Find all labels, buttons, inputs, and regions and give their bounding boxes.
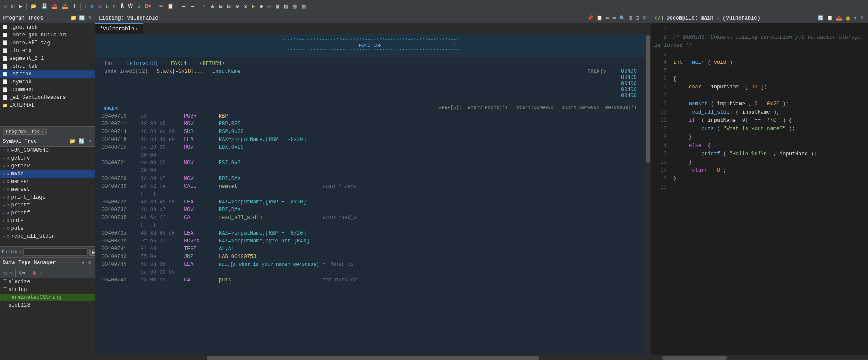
tb-btn-edit2[interactable]: 📋 — [166, 3, 175, 10]
tb-btn-undo[interactable]: ↩ — [180, 3, 187, 10]
st-close[interactable]: ✕ — [87, 138, 92, 144]
tb-btn-r[interactable]: R̈ — [118, 3, 125, 10]
dc-fn-read[interactable]: read_all_stdin — [689, 109, 733, 115]
tb-btn-b[interactable]: B▾ — [143, 3, 153, 10]
tb-btn-snap[interactable]: ▨ — [291, 3, 299, 10]
listing-icon-3[interactable]: 🔍 — [618, 15, 626, 21]
asm-row-0040073a[interactable]: 0040073a 48 8d 45 e0 LEA RAX=>inputName,… — [100, 229, 645, 237]
dc-fn-memset[interactable]: memset — [689, 101, 707, 107]
dt-item-uleb128[interactable]: T uleb128 — [0, 301, 95, 309]
dtm-delete[interactable]: 🗑 — [31, 270, 38, 276]
dc-var-name[interactable]: inputName — [711, 84, 739, 90]
program-tree-tab[interactable]: Program Tree ✕ — [3, 128, 47, 135]
pt-item-note-abi[interactable]: 📄 .note.ABI-tag — [0, 39, 95, 47]
dtm-settings[interactable]: ⚙▾ — [18, 270, 26, 276]
asm-row-00400721[interactable]: 00400721 be 00 00 MOV ESI,0x0 — [100, 159, 645, 167]
asm-row-00400714[interactable]: 00400714 48 83 ec 20 SUB RSP,0x20 — [100, 128, 645, 136]
tb-btn-i[interactable]: I — [83, 3, 88, 10]
listing-icon-1[interactable]: 📌 — [586, 15, 594, 21]
sym-item-fun00400540[interactable]: ▶ ⚙ FUN_00400540 — [0, 147, 95, 154]
dt-item-string[interactable]: T string — [0, 286, 95, 294]
filter-input[interactable] — [23, 248, 88, 256]
tb-btn-more[interactable]: ▩ — [299, 3, 307, 10]
listing-icon-2[interactable]: 📋 — [595, 15, 603, 21]
pt-item-elf[interactable]: 📄 _elfSectionHeaders — [0, 94, 95, 101]
asm-row-0040071c[interactable]: 0040071c ba 20 00 MOV EDX,0x20 — [100, 144, 645, 151]
dc-close[interactable]: ✕ — [859, 15, 865, 21]
listing-content[interactable]: ****************************************… — [95, 34, 645, 355]
asm-row-0040073e[interactable]: 0040073e 0f b6 00 MOVZX EAX=>inputName,b… — [100, 237, 645, 245]
dtm-collapse[interactable]: ≡ — [44, 270, 48, 276]
asm-row-00400732[interactable]: 00400732 48 89 c7 MOV RDI,RAX — [100, 206, 645, 214]
pt-close[interactable]: ✕ — [87, 15, 92, 21]
tb-btn-calc[interactable]: ⊕ — [233, 3, 241, 10]
pt-item-gnu-hash[interactable]: 📄 .gnu.hash — [0, 23, 95, 31]
forward-button[interactable]: ▷ — [10, 3, 16, 10]
tb-btn-screen[interactable]: ▦ — [273, 3, 281, 10]
asm-row-00400711[interactable]: 00400711 48 89 e5 MOV RBP,RSP — [100, 120, 645, 128]
asm-row-00400726[interactable]: 00400726 48 89 c7 MOV RDI,RAX — [100, 175, 645, 183]
dtm-back[interactable]: ◁ — [2, 270, 7, 276]
tb-btn-hex[interactable]: ⊠ — [225, 3, 233, 10]
sym-item-puts2[interactable]: ▶ ⚙ puts — [0, 225, 95, 232]
tb-btn-edit1[interactable]: ✂ — [158, 3, 165, 10]
asm-row-00400710[interactable]: 00400710 55 PUSH RBP — [100, 112, 645, 120]
tb-btn-3[interactable]: 📤 — [50, 3, 59, 10]
dt-item-sled1ze[interactable]: T sled1ze — [0, 278, 95, 286]
asm-row-00400743[interactable]: 00400743 75 0e JNZ LAB_00400753 — [100, 253, 645, 261]
dc-fn-puts[interactable]: puts — [701, 126, 714, 132]
dc-fn-name[interactable]: main — [692, 59, 704, 65]
st-icon-2[interactable]: 🔄 — [78, 138, 85, 144]
sym-item-memset2[interactable]: ▶ ⚙ memset — [0, 186, 95, 193]
tb-btn-1[interactable]: 📂 — [29, 3, 39, 10]
asm-row-00400729[interactable]: 00400729 e8 52 fe CALL memset void * mem… — [100, 183, 645, 190]
tb-btn-v[interactable]: V — [135, 3, 142, 10]
asm-row-00400735[interactable]: 00400735 e8 6c ff CALL read_all_stdin vo… — [100, 214, 645, 222]
pt-item-segment[interactable]: 📄 segment_2.1 — [0, 55, 95, 62]
tb-btn-f[interactable]: F — [112, 3, 118, 10]
pt-item-shstrtab[interactable]: 📄 .shstrtab — [0, 62, 95, 70]
tb-btn-4[interactable]: 📥 — [60, 3, 70, 10]
dtm-fwd[interactable]: ▷ — [8, 270, 13, 276]
close-tab-icon[interactable]: ✕ — [41, 129, 44, 134]
listing-tab-close-icon[interactable]: ✕ — [136, 26, 138, 32]
tb-btn-stop[interactable]: ◆ — [258, 3, 265, 10]
dc-refresh-icon[interactable]: 🔄 — [817, 15, 825, 21]
dtm-close[interactable]: ✕ — [87, 259, 92, 266]
listing-vertical-scrollbar[interactable] — [645, 34, 651, 355]
tb-btn-grid[interactable]: ⊞ — [209, 3, 216, 10]
scrollbar-thumb[interactable] — [646, 35, 650, 163]
pt-item-symtab[interactable]: 📄 .symtab — [0, 78, 95, 86]
listing-icon-4[interactable]: ⊞ — [628, 15, 633, 21]
pt-item-note-build[interactable]: 📄 .note.gnu.build-id — [0, 31, 95, 39]
sym-item-print-flags[interactable]: ▶ ⚙ print_flags — [0, 193, 95, 201]
listing-close[interactable]: ✕ — [641, 15, 647, 21]
asm-row-00400718[interactable]: 00400718 48 8d 45 e0 LEA RAX=>inputName,… — [100, 136, 645, 144]
sym-item-main[interactable]: ▼ ⚙ main — [0, 170, 95, 178]
dtm-dropdown-icon[interactable]: ▾ — [81, 259, 85, 266]
listing-icon-5[interactable]: ⊡ — [635, 15, 640, 21]
h-scrollbar-thumb[interactable] — [207, 356, 539, 360]
sym-item-printf2[interactable]: ▶ ⚙ printf — [0, 209, 95, 217]
sym-item-read-all-stdin[interactable]: ▶ ⚙ read_all_stdin — [0, 232, 95, 240]
forward-alt-button[interactable]: ▶ — [17, 3, 24, 10]
dc-fn-printf[interactable]: printf — [701, 151, 720, 157]
listing-tab-vulnerable[interactable]: *vulnerable ✕ — [95, 23, 143, 34]
tb-btn-redo[interactable]: ↪ — [188, 3, 196, 10]
asm-row-00400745[interactable]: 00400745 48 8d 3d LEA RDI,[s_What_is_you… — [100, 261, 645, 268]
listing-horizontal-scrollbar[interactable] — [95, 355, 651, 360]
sym-item-getenv1[interactable]: ▶ ⚙ getenv — [0, 154, 95, 162]
decompiler-horizontal-scrollbar[interactable] — [651, 355, 868, 360]
tb-btn-ref[interactable]: ⊗ — [242, 3, 249, 10]
tb-btn-table[interactable]: ⊟ — [217, 3, 224, 10]
tb-btn-5[interactable]: ⬇ — [71, 3, 78, 10]
back-button[interactable]: ◁ — [2, 3, 9, 10]
tb-btn-win[interactable]: ▧ — [282, 3, 290, 10]
dc-h-scrollbar-thumb[interactable] — [662, 356, 727, 360]
st-icon-1[interactable]: 📁 — [69, 138, 76, 144]
tb-btn-check[interactable]: ✓ — [201, 3, 208, 10]
asm-row-0040072e[interactable]: 0040072e 48 8d 45 e0 LEA RAX=>inputName,… — [100, 198, 645, 206]
dt-item-terminated-cstring[interactable]: T TerminatedCString — [0, 294, 95, 301]
pt-item-external[interactable]: 📁 EXTERNAL — [0, 101, 95, 109]
dtm-add[interactable]: + — [39, 270, 43, 276]
